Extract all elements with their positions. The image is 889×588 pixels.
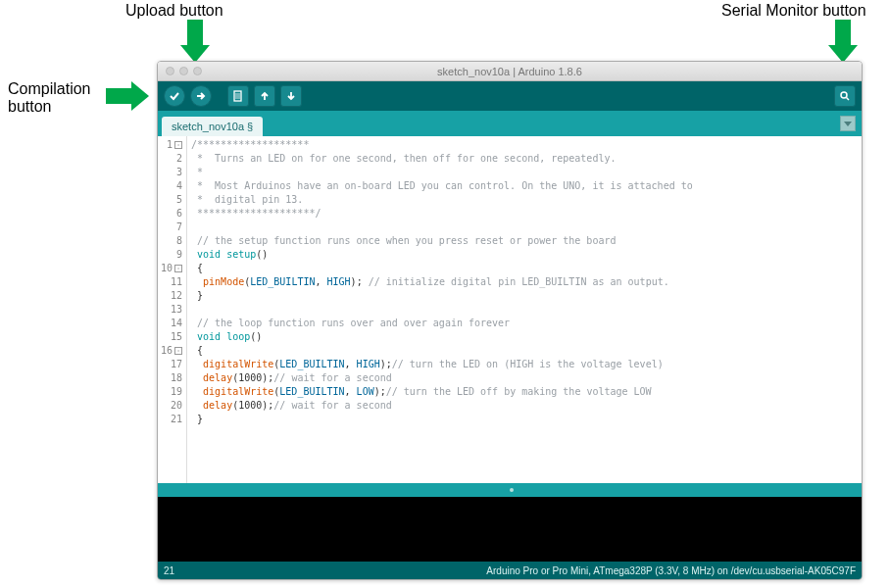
code-line[interactable]: // the setup function runs once when you…	[191, 234, 693, 248]
console-separator[interactable]	[158, 483, 862, 497]
code-area[interactable]: /******************* * Turns an LED on f…	[187, 136, 697, 483]
console	[158, 483, 862, 562]
code-line[interactable]: delay(1000);// wait for a second	[191, 399, 693, 413]
gutter-line: 18	[160, 371, 182, 385]
code-line[interactable]: void setup()	[191, 248, 693, 262]
open-button[interactable]	[254, 85, 275, 107]
arrow-up-icon	[259, 90, 271, 102]
label-upload: Upload button	[125, 2, 223, 20]
check-icon	[169, 90, 180, 102]
traffic-lights[interactable]	[166, 67, 202, 75]
close-dot[interactable]	[166, 67, 174, 75]
titlebar: sketch_nov10a | Arduino 1.8.6	[158, 62, 862, 81]
gutter-line: 17	[160, 358, 182, 371]
gutter-line: 6	[160, 207, 182, 220]
label-compile-2: button	[8, 98, 51, 116]
code-line[interactable]: * Most Arduinos have an on-board LED you…	[191, 179, 693, 193]
serial-monitor-button[interactable]	[834, 85, 856, 107]
fold-icon[interactable]: -	[174, 265, 182, 272]
code-line[interactable]: {	[191, 344, 693, 358]
gutter-line: 3	[160, 166, 182, 179]
code-line[interactable]: }	[191, 289, 693, 303]
gutter-line: 14	[160, 317, 182, 330]
toolbar	[158, 81, 862, 111]
label-compile-1: Compilation	[8, 80, 90, 98]
gutter-line: 19	[160, 385, 182, 399]
code-line[interactable]: digitalWrite(LED_BUILTIN, HIGH);// turn …	[191, 358, 693, 371]
gutter-line: 7	[160, 220, 182, 234]
svg-point-1	[841, 92, 847, 98]
code-line[interactable]: * Turns an LED on for one second, then o…	[191, 152, 693, 166]
code-line[interactable]	[191, 220, 693, 234]
code-line[interactable]	[191, 303, 693, 317]
gutter-line: 12	[160, 289, 182, 303]
upload-button[interactable]	[190, 85, 212, 107]
arrow-right-icon	[195, 90, 207, 102]
gutter-line: 5	[160, 193, 182, 207]
gutter-line: 9	[160, 248, 182, 262]
code-line[interactable]: void loop()	[191, 330, 693, 344]
code-line[interactable]: // the loop function runs over and over …	[191, 317, 693, 330]
tab-sketch[interactable]: sketch_nov10a §	[162, 117, 263, 136]
compile-button[interactable]	[164, 85, 185, 107]
line-gutter: 1-2345678910-111213141516-1718192021	[158, 136, 187, 483]
gutter-line: 8	[160, 234, 182, 248]
gutter-line: 21	[160, 413, 182, 426]
code-line[interactable]: ********************/	[191, 207, 693, 220]
status-bar: 21 Arduino Pro or Pro Mini, ATmega328P (…	[158, 562, 862, 579]
status-line-num: 21	[164, 565, 174, 576]
magnifier-icon	[839, 90, 851, 102]
code-line[interactable]: delay(1000);// wait for a second	[191, 371, 693, 385]
tab-strip: sketch_nov10a §	[158, 111, 862, 136]
arduino-window: sketch_nov10a | Arduino 1.8.6 sketch_nov…	[157, 61, 863, 580]
console-output	[158, 497, 862, 562]
gutter-line: 11	[160, 275, 182, 289]
gutter-line: 1-	[160, 138, 182, 152]
tab-menu-button[interactable]	[840, 116, 856, 131]
code-line[interactable]: pinMode(LED_BUILTIN, HIGH); // initializ…	[191, 275, 693, 289]
fold-icon[interactable]: -	[174, 141, 182, 149]
gutter-line: 15	[160, 330, 182, 344]
save-button[interactable]	[280, 85, 302, 107]
gutter-line: 10-	[160, 262, 182, 275]
gutter-line: 2	[160, 152, 182, 166]
label-serial: Serial Monitor button	[721, 2, 866, 20]
file-icon	[232, 90, 244, 102]
status-board-port: Arduino Pro or Pro Mini, ATmega328P (3.3…	[486, 565, 856, 576]
code-line[interactable]: digitalWrite(LED_BUILTIN, LOW);// turn t…	[191, 385, 693, 399]
new-button[interactable]	[227, 85, 249, 107]
code-editor[interactable]: 1-2345678910-111213141516-1718192021 /**…	[158, 136, 862, 483]
max-dot[interactable]	[193, 67, 202, 75]
code-line[interactable]: *	[191, 166, 693, 179]
gutter-line: 13	[160, 303, 182, 317]
code-line[interactable]: /*******************	[191, 138, 693, 152]
code-line[interactable]: * digital pin 13.	[191, 193, 693, 207]
window-title: sketch_nov10a | Arduino 1.8.6	[437, 66, 582, 77]
arrow-down-icon	[285, 90, 297, 102]
gutter-line: 4	[160, 179, 182, 193]
gutter-line: 20	[160, 399, 182, 413]
code-line[interactable]: {	[191, 262, 693, 275]
gutter-line: 16-	[160, 344, 182, 358]
fold-icon[interactable]: -	[174, 347, 182, 355]
code-line[interactable]: }	[191, 413, 693, 426]
min-dot[interactable]	[179, 67, 188, 75]
